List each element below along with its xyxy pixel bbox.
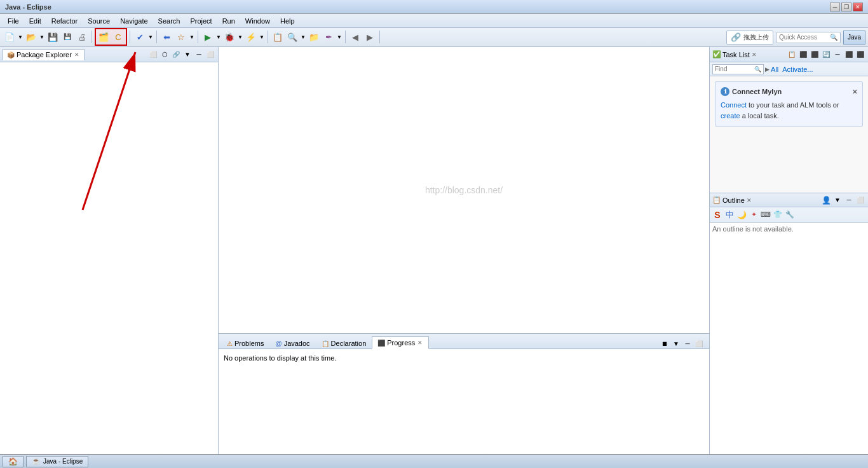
run-dropdown-arrow[interactable]: ▼ xyxy=(215,30,222,44)
coverage-button[interactable]: ⚡ xyxy=(244,30,258,44)
menu-bar: File Edit Refactor Source Navigate Searc… xyxy=(0,14,868,28)
new-task-button[interactable]: 📋 xyxy=(787,50,797,60)
maximize-bottom-button[interactable]: ⬜ xyxy=(694,338,704,348)
open-resource-button[interactable]: 📁 xyxy=(307,30,321,44)
tab-javadoc[interactable]: @ Javadoc xyxy=(269,337,315,349)
quick-access-container: 🔍 xyxy=(776,32,841,43)
menu-refactor[interactable]: Refactor xyxy=(46,14,83,27)
perspective-java-button[interactable]: Java xyxy=(843,31,865,45)
window-title: Java - Eclipse xyxy=(5,3,51,11)
coverage-dropdown-arrow[interactable]: ▼ xyxy=(259,30,265,44)
toolbar-check-group: ✔ ▼ xyxy=(133,30,154,44)
task-list-more[interactable]: ⬛ xyxy=(855,50,865,60)
menu-navigate[interactable]: Navigate xyxy=(115,14,153,27)
quick-access-input[interactable] xyxy=(779,34,830,41)
minimize-button[interactable]: ─ xyxy=(830,3,840,11)
minimize-bottom-button[interactable]: ─ xyxy=(682,338,693,348)
sdedit-icon-3[interactable]: 🌙 xyxy=(736,210,747,220)
view-menu-button[interactable]: ▼ xyxy=(182,50,193,60)
menu-edit[interactable]: Edit xyxy=(24,14,46,27)
search-next-button[interactable]: ⬅ xyxy=(159,30,173,44)
expand-all-button[interactable]: ⬡ xyxy=(159,50,170,60)
menu-search[interactable]: Search xyxy=(153,14,186,27)
package-explorer-tab[interactable]: 📦 Package Explorer ✕ xyxy=(3,49,85,60)
tab-declaration[interactable]: 📋 Declaration xyxy=(316,337,372,349)
new-dropdown-arrow[interactable]: ▼ xyxy=(17,30,24,44)
open-button[interactable]: 📂 xyxy=(24,30,38,44)
debug-button[interactable]: 🐞 xyxy=(222,30,236,44)
bottom-view-menu-button[interactable]: ▼ xyxy=(671,338,681,348)
task-list-menu2[interactable]: ⬛ xyxy=(810,50,820,60)
sdedit-icon-1[interactable]: S xyxy=(712,210,722,220)
tab-progress[interactable]: ⬛ Progress ✕ xyxy=(372,336,429,349)
save-all-button[interactable]: 💾 xyxy=(60,30,74,44)
activate-label[interactable]: Activate... xyxy=(782,65,813,73)
save-button[interactable]: 💾 xyxy=(46,30,60,44)
sdedit-icon-2[interactable]: 中 xyxy=(724,210,735,220)
menu-file[interactable]: File xyxy=(3,14,24,27)
refactor-dropdown-arrow[interactable]: ▼ xyxy=(336,30,342,44)
sdedit-icon-5[interactable]: ⌨ xyxy=(761,210,771,220)
debug-dropdown-arrow[interactable]: ▼ xyxy=(237,30,243,44)
check-button[interactable]: ✔ xyxy=(133,30,147,44)
all-filter-label[interactable]: All xyxy=(771,65,778,73)
sdedit-icon-7[interactable]: 🔧 xyxy=(785,210,795,220)
taskbar-eclipse[interactable]: ☕ Java - Eclipse xyxy=(26,456,88,467)
new-class-button[interactable]: C xyxy=(111,30,125,44)
outline-label: Outline xyxy=(722,196,745,204)
mylyn-label: 拖拽上传 xyxy=(743,33,769,42)
new-java-project-button[interactable]: 🗂️ xyxy=(97,30,111,44)
window-controls: ─ ❐ ✕ xyxy=(830,3,863,11)
taskbar-start[interactable]: 🏠 xyxy=(3,456,24,467)
mylyn-toolbar-area: 🔗 拖拽上传 xyxy=(726,31,773,45)
opentype-dropdown-arrow[interactable]: ▼ xyxy=(300,30,306,44)
create-link[interactable]: create xyxy=(721,112,740,120)
sdedit-icon-4[interactable]: ✦ xyxy=(749,210,759,220)
outline-maximize[interactable]: ⬜ xyxy=(855,195,865,205)
connect-link[interactable]: Connect xyxy=(721,101,747,109)
javadoc-tab-label: Javadoc xyxy=(284,340,310,347)
menu-source[interactable]: Source xyxy=(83,14,115,27)
run-button[interactable]: ▶ xyxy=(201,30,215,44)
menu-window[interactable]: Window xyxy=(240,14,275,27)
outline-icon: 📋 xyxy=(712,196,721,204)
progress-tab-close[interactable]: ✕ xyxy=(417,340,423,346)
maximize-left-button[interactable]: ⬜ xyxy=(205,50,215,60)
minimize-left-button[interactable]: ─ xyxy=(194,50,204,60)
stop-operations-button[interactable]: ⏹ xyxy=(660,338,670,348)
forward-button[interactable]: ▶ xyxy=(363,30,377,44)
collapse-all-button[interactable]: ⬜ xyxy=(148,50,158,60)
task-list-sync[interactable]: 🔄 xyxy=(821,50,831,60)
bookmark-dropdown-arrow[interactable]: ▼ xyxy=(189,30,195,44)
task-list-filter[interactable]: ⬛ xyxy=(844,50,854,60)
task-list-minimize[interactable]: ─ xyxy=(832,50,843,60)
link-editor-button[interactable]: 🔗 xyxy=(171,50,181,60)
outline-view-menu[interactable]: ▼ xyxy=(832,195,843,205)
sdedit-icon-6[interactable]: 👕 xyxy=(773,210,783,220)
task-list-header: ✅ Task List ✕ 📋 ⬛ ⬛ 🔄 ─ ⬛ ⬛ xyxy=(710,47,868,62)
menu-help[interactable]: Help xyxy=(275,14,300,27)
check-dropdown-arrow[interactable]: ▼ xyxy=(147,30,154,44)
tab-problems[interactable]: ⚠ Problems xyxy=(221,337,269,349)
open-type-button[interactable]: 🔍 xyxy=(285,30,299,44)
menu-run[interactable]: Run xyxy=(217,14,240,27)
close-mylyn-button[interactable]: ✕ xyxy=(852,88,857,95)
package-explorer-close[interactable]: ✕ xyxy=(74,52,80,58)
restore-button[interactable]: ❐ xyxy=(841,3,851,11)
new-snippet-button[interactable]: 📋 xyxy=(271,30,285,44)
refactor-button[interactable]: ✒ xyxy=(322,30,336,44)
task-list-close[interactable]: ✕ xyxy=(751,52,757,58)
open-dropdown-arrow[interactable]: ▼ xyxy=(39,30,45,44)
find-input[interactable] xyxy=(715,65,753,72)
add-bookmark-button[interactable]: ☆ xyxy=(174,30,188,44)
menu-project[interactable]: Project xyxy=(185,14,217,27)
new-button[interactable]: 📄 xyxy=(3,30,17,44)
outline-minimize[interactable]: ─ xyxy=(844,195,854,205)
outline-person-icon[interactable]: 👤 xyxy=(821,195,831,205)
print-button[interactable]: 🖨 xyxy=(75,30,89,44)
outline-close[interactable]: ✕ xyxy=(746,197,752,203)
back-button[interactable]: ◀ xyxy=(348,30,362,44)
task-list-menu1[interactable]: ⬛ xyxy=(798,50,808,60)
bottom-panel: ⚠ Problems @ Javadoc 📋 Declaration ⬛ Pro… xyxy=(219,333,709,454)
close-button[interactable]: ✕ xyxy=(853,3,863,11)
